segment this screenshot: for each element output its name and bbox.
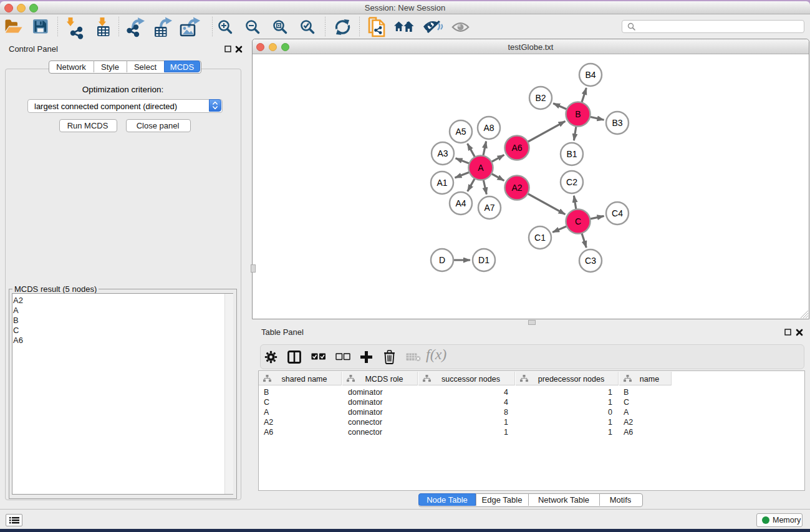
svg-text:C4: C4 xyxy=(612,208,623,218)
svg-text:B4: B4 xyxy=(585,70,595,80)
svg-text:B2: B2 xyxy=(535,93,546,103)
svg-text:C: C xyxy=(575,216,581,226)
svg-text:C2: C2 xyxy=(566,177,577,187)
svg-text:A8: A8 xyxy=(483,123,494,133)
svg-text:A1: A1 xyxy=(436,178,447,188)
svg-text:D: D xyxy=(439,255,445,265)
svg-text:A: A xyxy=(478,163,484,173)
svg-text:D1: D1 xyxy=(478,255,489,265)
svg-text:A4: A4 xyxy=(455,198,466,208)
svg-text:C1: C1 xyxy=(534,233,546,243)
svg-text:A6: A6 xyxy=(511,143,522,153)
svg-text:A5: A5 xyxy=(455,127,466,137)
svg-text:C3: C3 xyxy=(585,256,596,266)
svg-text:B: B xyxy=(575,109,581,119)
svg-text:A3: A3 xyxy=(437,148,448,158)
svg-text:A2: A2 xyxy=(511,183,522,193)
svg-text:B3: B3 xyxy=(612,118,622,128)
svg-text:A7: A7 xyxy=(484,203,494,213)
svg-text:B1: B1 xyxy=(566,149,577,159)
